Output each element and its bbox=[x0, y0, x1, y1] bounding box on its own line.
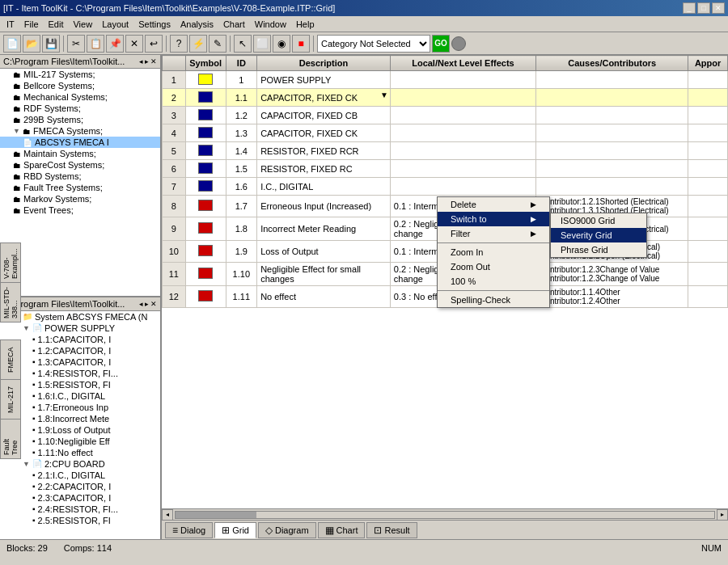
tree-1-9[interactable]: ▪1.9:Loss of Output bbox=[0, 424, 160, 436]
col-appor[interactable]: Appor bbox=[688, 56, 728, 71]
table-row[interactable]: 2 1.1 CAPACITOR, FIXED CK ▼ bbox=[163, 89, 728, 107]
ctx-spelling[interactable]: Spelling-Check bbox=[438, 293, 549, 307]
tree-1-8[interactable]: ▪1.8:Incorrect Mete bbox=[0, 413, 160, 424]
tree-rdf[interactable]: 🖿RDF Systems; bbox=[0, 103, 160, 114]
minimize-button[interactable]: _ bbox=[683, 2, 696, 14]
menu-window[interactable]: Window bbox=[250, 18, 291, 31]
help-button[interactable]: ? bbox=[170, 35, 188, 53]
tree-1-2[interactable]: ▪1.2:CAPACITOR, I bbox=[0, 345, 160, 356]
connect-button[interactable]: ◉ bbox=[273, 35, 290, 53]
top-panel-close[interactable]: ✕ bbox=[150, 57, 157, 65]
tree-1-3[interactable]: ▪1.3:CAPACITOR, I bbox=[0, 356, 160, 368]
menu-settings[interactable]: Settings bbox=[133, 18, 176, 31]
tree-2-1[interactable]: ▪2.1:I.C., DIGITAL bbox=[0, 470, 160, 481]
hscroll-right[interactable]: ▸ bbox=[717, 509, 728, 521]
table-row[interactable]: 7 1.6 I.C., DIGITAL bbox=[163, 178, 728, 196]
tree-bellcore[interactable]: 🖿Bellcore Systems; bbox=[0, 80, 160, 91]
side-tab-fmeca[interactable]: FMECA bbox=[0, 339, 21, 380]
new-button[interactable]: 📄 bbox=[3, 35, 21, 53]
menu-file[interactable]: File bbox=[19, 18, 44, 31]
tree-mil217[interactable]: 🖿MIL-217 Systems; bbox=[0, 69, 160, 80]
menu-analysis[interactable]: Analysis bbox=[176, 18, 218, 31]
col-symbol[interactable]: Symbol bbox=[185, 56, 226, 71]
col-effects[interactable]: Local/Next Level Effects bbox=[390, 56, 535, 71]
tree-abcsys[interactable]: 📄ABCSYS FMECA I bbox=[0, 137, 160, 148]
tree-cpu-board[interactable]: ▼📄2:CPU BOARD bbox=[0, 458, 160, 470]
table-row[interactable]: 1 1 POWER SUPPLY bbox=[163, 71, 728, 89]
table-row[interactable]: 6 1.5 RESISTOR, FIXED RC bbox=[163, 160, 728, 178]
table-row[interactable]: 5 1.4 RESISTOR, FIXED RCR bbox=[163, 142, 728, 160]
tree-2-4[interactable]: ▪2.4:RESISTOR, FI... bbox=[0, 504, 160, 515]
tree-1-5[interactable]: ▪1.5:RESISTOR, FI bbox=[0, 379, 160, 390]
tree-markov[interactable]: 🖿Markov Systems; bbox=[0, 193, 160, 204]
tab-chart[interactable]: ▦ Chart bbox=[318, 522, 366, 538]
tree-bottom-root[interactable]: ▼📁System ABCSYS FMECA (N bbox=[0, 311, 160, 323]
delete-button[interactable]: ✕ bbox=[125, 35, 143, 53]
properties-button[interactable]: ✎ bbox=[209, 35, 226, 53]
ctx-100[interactable]: 100 % bbox=[438, 274, 549, 289]
tree-sparecost[interactable]: 🖿SpareCost Systems; bbox=[0, 159, 160, 171]
tree-1-7[interactable]: ▪1.7:Erroneous Inp bbox=[0, 402, 160, 413]
close-button[interactable]: ✕ bbox=[712, 2, 725, 14]
stop-button[interactable]: ■ bbox=[292, 35, 310, 53]
tree-299b[interactable]: 🖿299B Systems; bbox=[0, 114, 160, 125]
ctx-zoom-out[interactable]: Zoom Out bbox=[438, 259, 549, 274]
tree-rbd[interactable]: 🖿RBD Systems; bbox=[0, 171, 160, 182]
ctx-delete[interactable]: Delete ▶ bbox=[438, 197, 549, 212]
ctx-zoom-in[interactable]: Zoom In bbox=[438, 245, 549, 259]
ctx-switch-to[interactable]: Switch to ▶ bbox=[438, 212, 549, 226]
tab-dialog[interactable]: ≡ Dialog bbox=[165, 522, 213, 538]
hscroll-thumb[interactable] bbox=[176, 512, 256, 518]
h-scrollbar[interactable]: ◂ ▸ bbox=[162, 508, 728, 520]
col-desc[interactable]: Description bbox=[257, 56, 391, 71]
ctx-filter[interactable]: Filter ▶ bbox=[438, 226, 549, 241]
col-causes[interactable]: Causes/Contributors bbox=[536, 56, 688, 71]
menu-it[interactable]: IT bbox=[2, 18, 19, 31]
copy-button[interactable]: 📋 bbox=[87, 35, 104, 53]
table-row[interactable]: 3 1.2 CAPACITOR, FIXED CB bbox=[163, 107, 728, 124]
tab-grid[interactable]: ⊞ Grid bbox=[214, 522, 256, 538]
tree-2-2[interactable]: ▪2.2:CAPACITOR, I bbox=[0, 481, 160, 492]
cut-button[interactable]: ✂ bbox=[67, 35, 85, 53]
tree-faulttree[interactable]: 🖿Fault Tree Systems; bbox=[0, 182, 160, 193]
tree-1-11[interactable]: ▪1.11:No effect bbox=[0, 447, 160, 458]
go-button[interactable]: GO bbox=[432, 35, 450, 53]
paste-button[interactable]: 📌 bbox=[106, 35, 124, 53]
grid-container[interactable]: Symbol ID Description Local/Next Level E… bbox=[162, 55, 728, 508]
side-tab-fault[interactable]: Fault Tree bbox=[0, 419, 21, 459]
menu-chart[interactable]: Chart bbox=[218, 18, 250, 31]
tab-diagram[interactable]: ◇ Diagram bbox=[258, 522, 316, 538]
maximize-button[interactable]: □ bbox=[697, 2, 710, 14]
menu-help[interactable]: Help bbox=[291, 18, 320, 31]
side-tab-std[interactable]: MIL-STD-338... bbox=[0, 282, 21, 323]
submenu-iso9000[interactable]: ISO9000 Grid bbox=[551, 213, 646, 228]
bottom-panel-close[interactable]: ✕ bbox=[150, 300, 157, 308]
menu-layout[interactable]: Layout bbox=[97, 18, 133, 31]
tree-1-4[interactable]: ▪1.4:RESISTOR, FI... bbox=[0, 368, 160, 379]
tree-1-6[interactable]: ▪1.6:I.C., DIGITAL bbox=[0, 390, 160, 402]
side-tab-v708[interactable]: V-708-Exampl... bbox=[0, 242, 21, 283]
block-button[interactable]: ⬜ bbox=[253, 35, 271, 53]
tree-power-supply[interactable]: ▼📄POWER SUPPLY bbox=[0, 323, 160, 334]
table-row[interactable]: 4 1.3 CAPACITOR, FIXED CK bbox=[163, 124, 728, 142]
undo-button[interactable]: ↩ bbox=[145, 35, 163, 53]
submenu-phrase[interactable]: Phrase Grid bbox=[551, 242, 646, 257]
tree-2-3[interactable]: ▪2.3:CAPACITOR, I bbox=[0, 492, 160, 504]
tree-maintain[interactable]: 🖿Maintain Systems; bbox=[0, 148, 160, 159]
open-button[interactable]: 📂 bbox=[23, 35, 40, 53]
tree-mechanical[interactable]: 🖿Mechanical Systems; bbox=[0, 91, 160, 103]
menu-view[interactable]: View bbox=[68, 18, 97, 31]
top-panel-nav-right[interactable]: ▸ bbox=[145, 57, 149, 65]
side-tab-mil217[interactable]: MIL-217 bbox=[0, 379, 21, 420]
hscroll-track[interactable] bbox=[175, 511, 715, 519]
category-dropdown[interactable]: Category Not Selected bbox=[317, 35, 430, 53]
top-panel-nav-left[interactable]: ◂ bbox=[139, 57, 143, 65]
tree-eventtrees[interactable]: 🖿Event Trees; bbox=[0, 204, 160, 216]
menu-edit[interactable]: Edit bbox=[44, 18, 69, 31]
tree-1-10[interactable]: ▪1.10:Negligible Eff bbox=[0, 436, 160, 447]
tree-2-5[interactable]: ▪2.5:RESISTOR, FI bbox=[0, 515, 160, 526]
hscroll-left[interactable]: ◂ bbox=[162, 509, 173, 521]
wizard-button[interactable]: ⚡ bbox=[189, 35, 207, 53]
submenu-severity[interactable]: Severity Grid bbox=[551, 228, 646, 242]
tree-fmeca[interactable]: ▼🖿FMECA Systems; bbox=[0, 125, 160, 137]
